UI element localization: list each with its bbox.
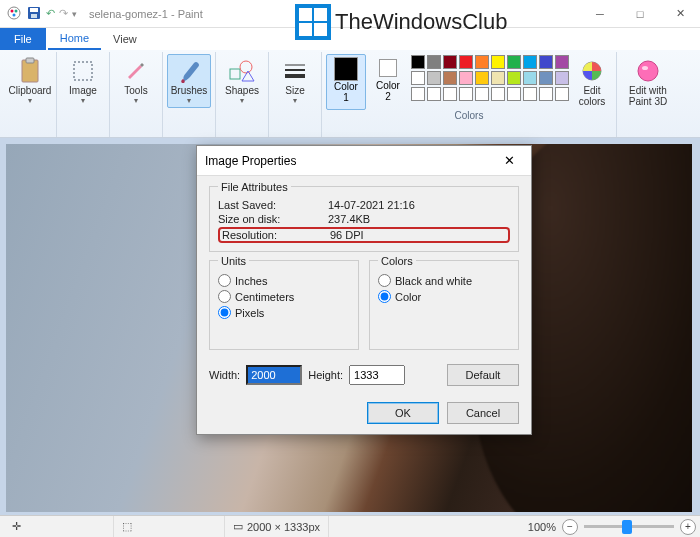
color-swatch[interactable] (443, 55, 457, 69)
color-swatch[interactable] (555, 87, 569, 101)
quick-access-toolbar: ↶ ↷ ▾ (0, 5, 83, 23)
svg-point-18 (642, 66, 648, 70)
svg-point-3 (13, 13, 16, 16)
minimize-button[interactable]: ─ (580, 0, 620, 28)
dialog-close-button[interactable]: ✕ (495, 153, 523, 168)
ok-button[interactable]: OK (367, 402, 439, 424)
color1-button[interactable]: Color 1 (326, 54, 366, 110)
group-tools: Tools ▾ (110, 52, 163, 137)
width-input[interactable] (246, 365, 302, 385)
color-wheel-icon (578, 57, 606, 85)
tab-file[interactable]: File (0, 28, 46, 50)
shapes-button[interactable]: Shapes ▾ (220, 54, 264, 108)
color-swatch[interactable] (555, 71, 569, 85)
color-swatch[interactable] (475, 87, 489, 101)
resolution-highlight: Resolution:96 DPI (218, 227, 510, 243)
crosshair-icon: ✛ (12, 520, 21, 533)
zoom-in-button[interactable]: + (680, 519, 696, 535)
color-swatch[interactable] (491, 55, 505, 69)
color-swatch[interactable] (523, 87, 537, 101)
svg-point-0 (8, 7, 20, 19)
color-swatch[interactable] (491, 71, 505, 85)
dialog-titlebar[interactable]: Image Properties ✕ (197, 146, 531, 176)
color-swatch[interactable] (459, 87, 473, 101)
cursor-pos: ✛ (4, 516, 114, 537)
zoom-slider[interactable] (584, 525, 674, 528)
radio-inches[interactable]: Inches (218, 274, 350, 287)
color-swatch[interactable] (443, 71, 457, 85)
svg-rect-5 (30, 8, 38, 12)
redo-icon[interactable]: ↷ (59, 7, 68, 20)
title-bar: ↶ ↷ ▾ selena-gomez-1 - Paint ─ □ ✕ (0, 0, 700, 28)
maximize-button[interactable]: □ (620, 0, 660, 28)
svg-rect-10 (230, 69, 240, 79)
color-swatch[interactable] (459, 55, 473, 69)
color2-swatch (379, 59, 397, 77)
svg-point-2 (15, 9, 18, 12)
status-bar: ✛ ⬚ ▭2000 × 1333px 100% − + (0, 515, 700, 537)
color-swatch[interactable] (539, 55, 553, 69)
group-colors: Color 1 Color 2 Edit colors Colors (322, 52, 617, 137)
selection-icon: ⬚ (122, 520, 132, 533)
color-swatch[interactable] (427, 87, 441, 101)
save-icon[interactable] (26, 5, 42, 23)
color-swatch[interactable] (475, 71, 489, 85)
group-brushes: Brushes ▾ (163, 52, 216, 137)
brush-icon (175, 57, 203, 85)
colors-group: Colors Black and white Color (369, 260, 519, 350)
color-swatch[interactable] (491, 87, 505, 101)
radio-color[interactable]: Color (378, 290, 510, 303)
group-clipboard: Clipboard ▾ (4, 52, 57, 137)
undo-icon[interactable]: ↶ (46, 7, 55, 20)
svg-rect-8 (26, 58, 34, 63)
svg-point-11 (240, 61, 252, 73)
chevron-down-icon: ▾ (81, 96, 85, 105)
color2-button[interactable]: Color 2 (368, 54, 408, 110)
select-icon (69, 57, 97, 85)
zoom-out-button[interactable]: − (562, 519, 578, 535)
chevron-down-icon: ▾ (187, 96, 191, 105)
shapes-icon (228, 57, 256, 85)
color-swatch[interactable] (539, 71, 553, 85)
close-button[interactable]: ✕ (660, 0, 700, 28)
clipboard-button[interactable]: Clipboard ▾ (8, 54, 52, 108)
clipboard-icon (16, 57, 44, 85)
color-swatch[interactable] (523, 71, 537, 85)
pencil-icon (122, 57, 150, 85)
qat-dropdown-icon[interactable]: ▾ (72, 9, 77, 19)
color-palette[interactable] (410, 54, 570, 110)
image-dims: ▭2000 × 1333px (225, 516, 329, 537)
default-button[interactable]: Default (447, 364, 519, 386)
tab-view[interactable]: View (101, 28, 149, 50)
color-swatch[interactable] (411, 87, 425, 101)
color-swatch[interactable] (411, 71, 425, 85)
color-swatch[interactable] (555, 55, 569, 69)
color-swatch[interactable] (443, 87, 457, 101)
paint3d-button[interactable]: Edit with Paint 3D (621, 54, 675, 110)
color-swatch[interactable] (507, 87, 521, 101)
tools-button[interactable]: Tools ▾ (114, 54, 158, 108)
color-swatch[interactable] (427, 71, 441, 85)
color-swatch[interactable] (459, 71, 473, 85)
image-button[interactable]: Image ▾ (61, 54, 105, 108)
color-swatch[interactable] (539, 87, 553, 101)
radio-pixels[interactable]: Pixels (218, 306, 350, 319)
color-swatch[interactable] (427, 55, 441, 69)
brushes-button[interactable]: Brushes ▾ (167, 54, 211, 108)
chevron-down-icon: ▾ (293, 96, 297, 105)
chevron-down-icon: ▾ (240, 96, 244, 105)
svg-rect-6 (31, 14, 37, 18)
color-swatch[interactable] (523, 55, 537, 69)
cancel-button[interactable]: Cancel (447, 402, 519, 424)
size-button[interactable]: Size ▾ (273, 54, 317, 108)
color-swatch[interactable] (507, 71, 521, 85)
color-swatch[interactable] (475, 55, 489, 69)
chevron-down-icon: ▾ (134, 96, 138, 105)
height-input[interactable] (349, 365, 405, 385)
radio-centimeters[interactable]: Centimeters (218, 290, 350, 303)
edit-colors-button[interactable]: Edit colors (572, 54, 612, 110)
tab-home[interactable]: Home (48, 28, 101, 50)
radio-bw[interactable]: Black and white (378, 274, 510, 287)
color-swatch[interactable] (411, 55, 425, 69)
color-swatch[interactable] (507, 55, 521, 69)
